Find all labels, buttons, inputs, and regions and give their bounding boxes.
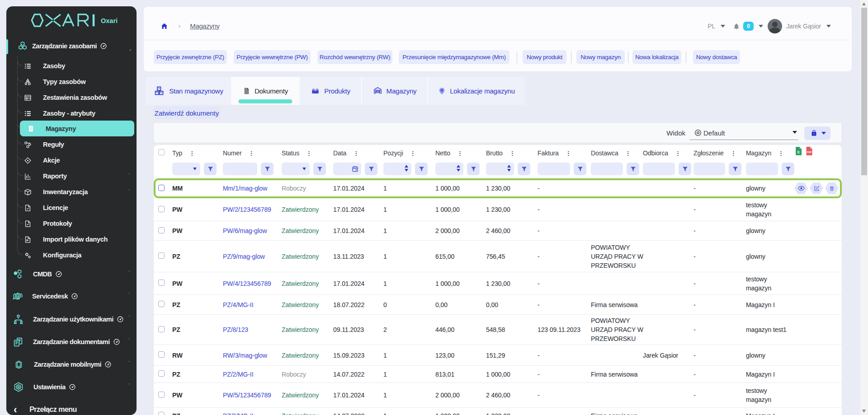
svg-text:X: X bbox=[797, 150, 800, 154]
svg-text:PDF: PDF bbox=[807, 151, 812, 154]
